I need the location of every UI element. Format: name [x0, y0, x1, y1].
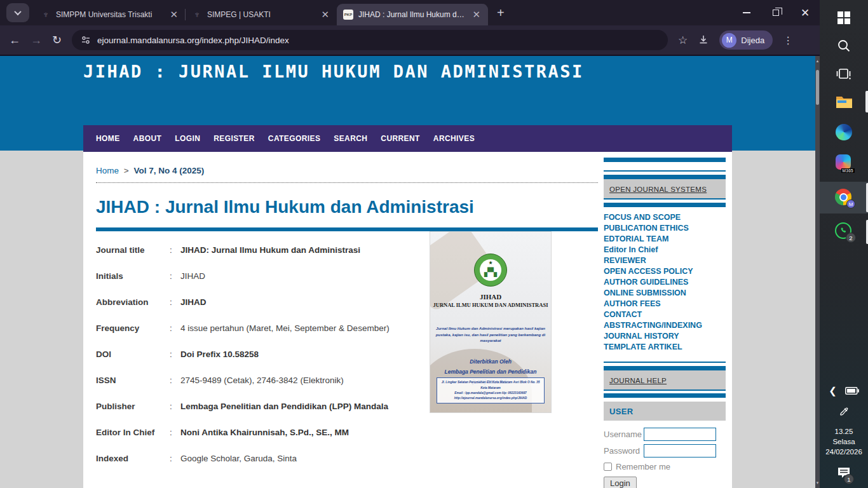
close-icon: ✕	[801, 8, 810, 18]
blue-divider	[96, 227, 598, 231]
nav-search[interactable]: SEARCH	[334, 134, 367, 143]
divider	[604, 362, 726, 363]
journal-nav-menu: HOME ABOUT LOGIN REGISTER CATEGORIES SEA…	[83, 125, 732, 152]
cover-subtitle: JURNAL ILMU HUKUM DAN ADMINISTRASI	[430, 302, 551, 308]
divider	[604, 170, 726, 172]
download-icon[interactable]	[698, 34, 709, 46]
tab-simpeg[interactable]: ♆ SIMPEG | USAKTI ✕	[186, 4, 337, 25]
url-text: ejournal.mandalanursa.org/index.php/JIHA…	[97, 36, 289, 45]
scroll-up-icon[interactable]: ▲	[815, 57, 820, 65]
scroll-down-icon[interactable]: ▼	[815, 479, 820, 487]
login-form: Username Password Remember me	[604, 421, 726, 488]
cover-description: Jurnal Ilmu Hukum dan Administrasi merup…	[435, 326, 546, 344]
search-button[interactable]	[820, 32, 868, 60]
nav-register[interactable]: REGISTER	[214, 134, 255, 143]
back-button[interactable]: ←	[9, 34, 20, 47]
sidebar-link-focus-and-scope[interactable]: FOCUS AND SCOPE	[604, 212, 726, 223]
tab-close-icon[interactable]: ✕	[167, 9, 180, 20]
browser-menu-icon[interactable]: ⋮	[783, 34, 793, 46]
sidebar-link-journal-history[interactable]: JOURNAL HISTORY	[604, 331, 726, 342]
minimize-button[interactable]	[732, 0, 761, 25]
tab-search-button[interactable]	[6, 3, 29, 22]
m365-copilot-button[interactable]: M365	[820, 149, 868, 177]
profile-button[interactable]: M Dijeda	[719, 30, 773, 50]
nav-home[interactable]: HOME	[96, 134, 120, 143]
journal-cover-image: ★ ▞▚ JIHAD JURNAL ILMU HUKUM DAN ADMINIS…	[430, 232, 551, 412]
nav-about[interactable]: ABOUT	[133, 134, 162, 143]
windows-ink-pen-icon[interactable]	[839, 400, 850, 422]
sidebar-link-editorial-team[interactable]: EDTORIAL TEAM	[604, 234, 726, 245]
sidebar-link-contact[interactable]: CONTACT	[604, 309, 726, 320]
sidebar-link-author-guidelines[interactable]: AUTHOR GUIDELINES	[604, 277, 726, 288]
time-text: 13.25	[825, 427, 862, 437]
username-label: Username	[604, 430, 644, 439]
table-row: Editor In Chief : Noni Antika Khairunnis…	[96, 428, 599, 437]
password-label: Password	[604, 446, 644, 456]
scrollbar-thumb[interactable]	[816, 70, 819, 105]
divider	[604, 203, 726, 207]
folder-icon	[836, 95, 853, 109]
pkp-favicon-icon: PKP	[343, 10, 353, 20]
user-heading: USER	[609, 407, 633, 416]
battery-icon[interactable]	[845, 387, 859, 395]
address-bar[interactable]: ejournal.mandalanursa.org/index.php/JIHA…	[72, 30, 668, 50]
tab-strip: ♆ SIMPPM Universitas Trisakti ✕ ♆ SIMPEG…	[0, 0, 820, 25]
nav-login[interactable]: LOGIN	[175, 134, 200, 143]
nav-categories[interactable]: CATEGORIES	[268, 134, 320, 143]
sidebar-link-editor-in-chief[interactable]: Editor In Chief	[604, 245, 726, 255]
tray-row: ❮	[829, 381, 859, 400]
nav-current[interactable]: CURRENT	[381, 134, 419, 143]
site-settings-icon[interactable]	[81, 35, 91, 45]
lpp-mandala-logo-icon: ★ ▞▚	[474, 254, 507, 287]
content-area: Home > Vol 7, No 4 (2025) JIHAD : Jurnal…	[83, 152, 732, 488]
login-button[interactable]: Login	[604, 477, 637, 488]
bookmark-star-icon[interactable]: ☆	[678, 34, 688, 47]
sidebar-link-reviewer[interactable]: REVIEWER	[604, 255, 726, 266]
remember-me-checkbox[interactable]	[604, 463, 612, 471]
notification-center-button[interactable]: 1	[837, 466, 851, 482]
m365-icon	[836, 154, 851, 170]
password-input[interactable]	[644, 444, 716, 458]
start-button[interactable]	[820, 4, 868, 32]
chrome-button[interactable]: M	[820, 182, 868, 214]
edge-button[interactable]	[820, 118, 868, 146]
restore-icon	[773, 10, 779, 16]
sidebar-link-publication-ethics[interactable]: PUBLICATION ETHICS	[604, 223, 726, 234]
taskbar: M365 M 2 ❮	[820, 0, 868, 488]
notification-badge: 1	[844, 474, 854, 484]
window-controls: ✕	[732, 0, 820, 25]
tab-simppm[interactable]: ♆ SIMPPM Universitas Trisakti ✕	[34, 4, 186, 25]
journal-help-link[interactable]: JOURNAL HELP	[609, 377, 667, 384]
trisakti-favicon-icon: ♆	[192, 10, 202, 20]
sidebar-link-open-access-policy[interactable]: OPEN ACCESS POLICY	[604, 266, 726, 277]
sidebar-link-abstracting-indexing[interactable]: ABSTRACTING/INDEXING	[604, 320, 726, 331]
file-explorer-button[interactable]	[820, 88, 868, 116]
profile-name: Dijeda	[741, 36, 764, 45]
chrome-profile-badge: M	[846, 200, 855, 208]
clock[interactable]: 13.25 Selasa 24/02/2026	[825, 427, 862, 458]
browser-window: ♆ SIMPPM Universitas Trisakti ✕ ♆ SIMPEG…	[0, 0, 820, 488]
page-scrollbar[interactable]: ▲ ▼	[815, 56, 820, 488]
breadcrumb-current-link[interactable]: Vol 7, No 4 (2025)	[133, 166, 204, 175]
tab-close-icon[interactable]: ✕	[470, 9, 483, 20]
forward-button[interactable]: →	[31, 34, 42, 47]
tab-jihad-active[interactable]: PKP JIHAD : Jurnal Ilmu Hukum dan ✕	[337, 4, 488, 25]
tab-title: SIMPEG | USAKTI	[207, 10, 313, 19]
hidden-icons-chevron[interactable]: ❮	[829, 385, 837, 396]
username-input[interactable]	[644, 428, 716, 441]
restore-button[interactable]	[761, 0, 790, 25]
breadcrumb-home-link[interactable]: Home	[96, 166, 119, 175]
sidebar-link-online-submission[interactable]: ONLINE SUBMISSION	[604, 288, 726, 299]
nav-archives[interactable]: ARCHIVES	[433, 134, 475, 143]
whatsapp-button[interactable]: 2	[820, 217, 868, 245]
sidebar-link-template-artikel[interactable]: TEMPLATE ARTIKEL	[604, 342, 726, 353]
sidebar-link-author-fees[interactable]: AUTHOR FEES	[604, 299, 726, 309]
close-button[interactable]: ✕	[790, 0, 820, 25]
open-journal-systems-link[interactable]: OPEN JOURNAL SYSTEMS	[609, 186, 707, 193]
new-tab-button[interactable]: +	[497, 6, 505, 20]
reload-button[interactable]: ↻	[52, 33, 62, 47]
task-view-button[interactable]	[820, 60, 868, 88]
tab-close-icon[interactable]: ✕	[318, 9, 332, 20]
screen: ♆ SIMPPM Universitas Trisakti ✕ ♆ SIMPEG…	[0, 0, 868, 488]
divider	[604, 158, 726, 162]
